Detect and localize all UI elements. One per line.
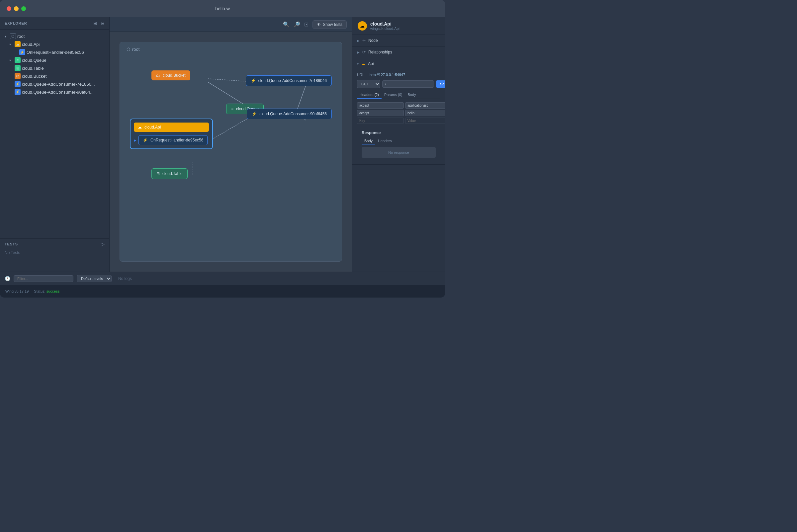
node-section-header[interactable]: ▶ ⊹ Node — [352, 35, 445, 46]
send-button[interactable]: Send — [436, 80, 445, 88]
handler-icon: ⚡ — [19, 49, 25, 55]
chevron-right-icon2: ▶ — [357, 51, 360, 54]
log-level-select[interactable]: Default levels — [77, 275, 112, 282]
status-label: Status: success — [34, 289, 59, 293]
sidebar-item-on-request-handler[interactable]: ⚡ OnRequestHandler-de95ec56 — [0, 48, 109, 56]
sidebar-item-label-consumer2: cloud.Queue-AddConsumer-90af64... — [22, 90, 94, 95]
consumer1-node-icon: ⚡ — [251, 78, 256, 83]
sidebar-item-consumer1[interactable]: ⚡ cloud.Queue-AddConsumer-7e1860... — [0, 80, 109, 88]
diagram-node-consumer2[interactable]: ⚡ cloud.Queue-AddConsumer-90af6456 — [247, 109, 332, 119]
header-key-1[interactable] — [357, 110, 404, 116]
zoom-out-icon[interactable]: 🔍 — [283, 21, 289, 27]
root-icon: ⬡ — [10, 33, 16, 39]
chevron-down-icon: ▾ — [9, 42, 13, 46]
sidebar-item-cloud-api[interactable]: ▾ ☁ cloud.Api — [0, 40, 109, 48]
window-controls — [7, 6, 26, 11]
tab-body[interactable]: Body — [405, 91, 418, 99]
path-input[interactable] — [382, 80, 434, 88]
log-filter-input[interactable] — [14, 275, 73, 282]
sidebar-item-label-cloud-api: cloud.Api — [22, 42, 39, 47]
queue-icon: ≡ — [15, 57, 21, 63]
new-file-icon[interactable]: ⊞ — [93, 21, 97, 26]
sidebar-item-cloud-table[interactable]: ⊞ cloud.Table — [0, 64, 109, 72]
canvas-toolbar: 🔍 🔎 ⊡ 👁 Show tests — [110, 17, 352, 32]
sidebar-item-cloud-queue[interactable]: ▾ ≡ cloud.Queue — [0, 56, 109, 64]
header-key-0[interactable] — [357, 102, 404, 109]
tree-view: ▾ ⬡ root ▾ ☁ cloud.Api ⚡ OnRequestHandle… — [0, 30, 109, 239]
new-header-val-input[interactable] — [405, 117, 445, 124]
status-value: success — [46, 289, 60, 293]
collapse-icon[interactable]: ⊟ — [101, 21, 105, 26]
diagram-node-bucket[interactable]: 🗂 cloud.Bucket — [151, 71, 190, 80]
sidebar-item-label-handler: OnRequestHandler-de95ec56 — [26, 50, 84, 55]
show-tests-button[interactable]: 👁 Show tests — [312, 20, 347, 29]
minimize-button[interactable] — [14, 6, 19, 11]
diagram-node-table[interactable]: ⊞ cloud.Table — [151, 168, 188, 179]
sidebar-item-cloud-bucket[interactable]: 🗂 cloud.Bucket — [0, 72, 109, 80]
no-logs-label: No logs — [118, 276, 132, 281]
consumer2-node-label: cloud.Queue-AddConsumer-90af6456 — [259, 112, 327, 116]
sidebar-item-label-queue: cloud.Queue — [22, 58, 46, 63]
tests-panel: TESTS ▷ No Tests — [0, 239, 109, 272]
chevron-down-icon: ▾ — [9, 58, 13, 62]
sidebar-item-consumer2[interactable]: ⚡ cloud.Queue-AddConsumer-90af64... — [0, 88, 109, 96]
tests-title: TESTS — [5, 242, 18, 246]
cloud-api-icon: ☁ — [15, 41, 21, 47]
right-section-api: ▾ ☁ Api URL http://127.0.0.1:54947 GET P… — [352, 58, 445, 165]
bucket-node-icon: 🗂 — [156, 73, 160, 78]
url-value: http://127.0.0.1:54947 — [369, 73, 405, 77]
headers-table: 🗑 🗑 ＋ — [357, 102, 440, 124]
eye-icon: 👁 — [317, 22, 321, 27]
diagram-node-api[interactable]: ☁ cloud.Api — [134, 122, 209, 132]
node-section-icon: ⊹ — [362, 38, 366, 43]
tab-params[interactable]: Params (0) — [382, 91, 405, 99]
url-label: URL — [357, 73, 367, 77]
method-select[interactable]: GET POST PUT DELETE — [357, 80, 380, 88]
sidebar-item-root[interactable]: ▾ ⬡ root — [0, 32, 109, 40]
api-section-icon: ☁ — [361, 61, 365, 66]
right-panel-title-group: cloud.Api wingsdk.cloud.Api — [370, 21, 399, 31]
maximize-button[interactable] — [21, 6, 26, 11]
request-tabs: Headers (2) Params (0) Body — [357, 91, 440, 99]
right-section-node: ▶ ⊹ Node — [352, 35, 445, 46]
canvas-area: 🔍 🔎 ⊡ 👁 Show tests — [110, 17, 352, 272]
consumer1-icon: ⚡ — [15, 81, 21, 87]
response-tab-body[interactable]: Body — [362, 138, 375, 145]
header-val-0[interactable] — [405, 102, 445, 109]
bucket-icon: 🗂 — [15, 73, 21, 79]
new-header-key-input[interactable] — [357, 117, 404, 124]
right-panel: ☁ cloud.Api wingsdk.cloud.Api ▶ ⊹ Node ▶… — [352, 17, 445, 272]
api-section-header[interactable]: ▾ ☁ Api — [352, 58, 445, 70]
diagram-node-consumer1[interactable]: ⚡ cloud.Queue-AddConsumer-7e186046 — [246, 75, 332, 86]
right-panel-header: ☁ cloud.Api wingsdk.cloud.Api — [352, 17, 445, 35]
api-section-body: URL http://127.0.0.1:54947 GET POST PUT … — [352, 70, 445, 164]
titlebar: hello.w — [0, 0, 445, 17]
new-header-row: ＋ — [357, 117, 440, 124]
close-button[interactable] — [7, 6, 11, 11]
table-icon: ⊞ — [15, 65, 21, 71]
diagram-node-handler[interactable]: ⚡ OnRequestHandler-de95ec56 — [138, 135, 208, 145]
zoom-in-icon[interactable]: 🔎 — [293, 21, 300, 27]
run-tests-icon[interactable]: ▷ — [101, 242, 105, 247]
fit-view-icon[interactable]: ⊡ — [304, 21, 308, 27]
right-panel-subtitle: wingsdk.cloud.Api — [370, 26, 399, 31]
no-tests-label: No Tests — [5, 250, 20, 255]
response-tabs: Body Headers — [362, 138, 436, 145]
consumer1-node-label: cloud.Queue-AddConsumer-7e186046 — [258, 78, 327, 83]
header-row-0: 🗑 — [357, 102, 440, 109]
log-bar: 🕐 Default levels No logs — [0, 272, 445, 285]
clock-icon: 🕐 — [5, 276, 10, 281]
url-row: URL http://127.0.0.1:54947 — [357, 73, 440, 77]
sidebar-item-label-table: cloud.Table — [22, 66, 44, 71]
diagram-container: ⬡ root 🗂 cloud.Bucket ≡ cloud.Queue ☁ — [119, 42, 342, 262]
relationships-section-header[interactable]: ▶ ⟳ Relationships — [352, 46, 445, 58]
diagram-root-label: ⬡ root — [127, 47, 139, 52]
sidebar-item-label-root: root — [17, 34, 24, 39]
right-panel-title: cloud.Api — [370, 21, 399, 26]
api-section-label: Api — [368, 61, 374, 66]
response-tab-headers[interactable]: Headers — [375, 138, 395, 145]
header-val-1[interactable] — [405, 110, 445, 116]
tab-headers[interactable]: Headers (2) — [357, 91, 382, 99]
diagram-api-container[interactable]: ☁ cloud.Api ▶ ⚡ OnRequestHandler-de95ec5… — [130, 118, 213, 149]
header-row-1: 🗑 — [357, 110, 440, 116]
